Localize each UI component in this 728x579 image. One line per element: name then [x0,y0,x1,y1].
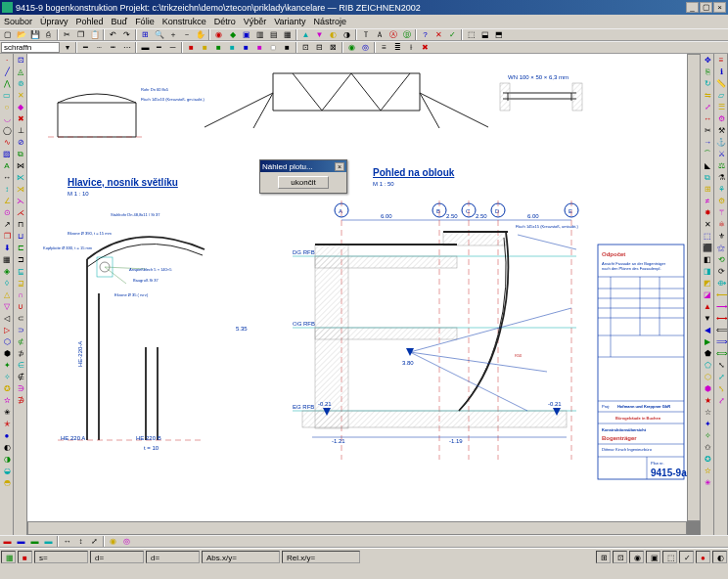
erase-icon[interactable]: ✕ [702,219,713,230]
color-swatch[interactable]: ■ [267,42,280,53]
dim-angle-icon[interactable]: ∠ [1,196,13,206]
tool-icon[interactable]: ⚛ [715,219,727,230]
tool-icon[interactable]: ⋉ [15,172,26,183]
tool-icon[interactable]: Ｔ [359,29,372,40]
menu-bud[interactable]: Buď [112,17,128,26]
tool-icon[interactable]: ◉ [107,536,119,547]
save-icon[interactable]: 💾 [28,29,41,40]
tool-icon[interactable]: ▦ [1,254,13,265]
scale-icon[interactable]: ⤢ [702,102,713,112]
tool-icon[interactable]: ⬠ [702,360,713,371]
rotate-icon[interactable]: ↻ [702,78,713,89]
snap-int-icon[interactable]: ✖ [15,113,26,124]
tool-icon[interactable]: ✦ [702,419,713,429]
help-icon[interactable]: ? [419,29,432,40]
line-icon[interactable]: ╱ [1,67,13,77]
tool-icon[interactable]: ✦ [1,360,13,371]
tool-icon[interactable]: ⚒ [715,125,727,136]
tool-icon[interactable]: ≣ [391,42,404,53]
tool-icon[interactable]: ✫ [702,466,713,476]
dim-vert-icon[interactable]: ↕ [1,184,13,195]
tool-icon[interactable]: ∌ [15,395,26,406]
tool-icon[interactable]: ★ [702,395,713,406]
tool-icon[interactable]: ◑ [341,29,353,40]
tool-icon[interactable]: ◓ [1,477,13,488]
tool-icon[interactable]: ◉ [212,29,225,40]
tool-icon[interactable]: ↕ [74,536,87,547]
new-icon[interactable]: ▢ [1,29,14,40]
tool-icon[interactable]: ⚝ [715,243,727,253]
tool-icon[interactable]: ⟷ [715,313,727,324]
offset-icon[interactable]: ⧉ [702,172,713,183]
tool-icon[interactable]: ⊃ [15,325,26,335]
tool-icon[interactable]: ▲ [299,29,312,40]
tool-icon[interactable]: ✧ [702,430,713,441]
tool-icon[interactable]: ◐ [1,442,13,453]
tool-icon[interactable]: ▽ [1,301,13,312]
tool-icon[interactable]: ⚖ [715,160,727,171]
tool-icon[interactable]: ↔ [61,536,73,547]
tool-icon[interactable]: ◪ [702,290,713,300]
tool-icon[interactable]: ◆ [226,29,239,40]
tool-icon[interactable]: ▣ [240,29,252,40]
tool-icon[interactable]: ≡ [378,42,390,53]
tool-icon[interactable]: ◨ [702,266,713,277]
tool-icon[interactable]: ▲ [702,301,713,312]
block-icon[interactable]: ❒ [1,231,13,242]
tool-icon[interactable]: ⚚ [715,207,727,218]
tool-icon[interactable]: ⟲ [715,254,727,265]
minimize-button[interactable]: _ [686,2,699,13]
tool-icon[interactable]: ✓ [446,29,459,40]
menu-nastroje[interactable]: Nástroje [314,17,347,26]
copy-icon[interactable]: ❐ [74,29,87,40]
toggle-icon[interactable]: ⊠ [327,42,340,53]
tool-icon[interactable]: ◎ [359,42,372,53]
status-icon[interactable]: ▣ [646,551,660,563]
zoom-window-icon[interactable]: 🔍 [153,29,165,40]
tool-icon[interactable]: △ [1,290,13,300]
tool-icon[interactable]: ▼ [313,29,326,40]
zoom-extents-icon[interactable]: ⊞ [139,29,152,40]
array-icon[interactable]: ⊞ [702,184,713,195]
status-icon[interactable]: ● [696,551,710,563]
tool-icon[interactable]: ▥ [253,29,266,40]
tool-icon[interactable]: ⚗ [715,172,727,183]
point-icon[interactable]: · [1,55,13,66]
drawing-canvas[interactable]: WN 100 × 50 × 6,3 mm Rohr Dn 60 8x5 Flac… [27,54,687,521]
layer-combo[interactable]: schraffn [1,42,60,53]
tool-icon[interactable]: ⚘ [715,184,727,195]
status-icon[interactable]: ⊞ [596,551,611,563]
menu-detro[interactable]: Détro [214,17,236,26]
tool-icon[interactable]: ◑ [1,454,13,465]
tool-icon[interactable]: ⊓ [15,219,26,230]
tool-icon[interactable]: ⚜ [715,231,727,242]
tool-icon[interactable]: ⟺ [715,348,727,359]
color-swatch[interactable]: ■ [212,42,225,53]
tool-icon[interactable]: ▬ [1,536,14,547]
tool-icon[interactable]: ⚙ [715,113,727,124]
menu-view[interactable]: Pohled [76,17,104,26]
tool-icon[interactable]: Ⓑ [400,29,413,40]
lineweight-icon[interactable]: ▬ [139,42,152,53]
tool-icon[interactable]: ⬢ [1,348,13,359]
tool-icon[interactable]: ⬓ [478,29,491,40]
tool-icon[interactable]: ▶ [702,336,713,347]
tool-icon[interactable]: ⬡ [702,372,713,382]
tool-icon[interactable]: ✪ [702,454,713,465]
tool-icon[interactable]: ⬚ [465,29,478,40]
horizontal-scrollbar[interactable] [27,521,687,535]
tool-icon[interactable]: ▬ [28,536,41,547]
polyline-icon[interactable]: ⋀ [1,78,13,89]
dim-radius-icon[interactable]: ⊙ [1,207,13,218]
status-icon[interactable]: ◐ [712,551,727,563]
tool-icon[interactable]: ● [1,430,13,441]
stretch-icon[interactable]: ↔ [702,113,713,124]
tool-icon[interactable]: ◐ [327,29,340,40]
tool-icon[interactable]: ◉ [345,42,358,53]
undo-icon[interactable]: ↶ [107,29,119,40]
tool-icon[interactable]: ⟸ [715,325,727,335]
hatch-icon[interactable]: ▨ [1,149,13,159]
tool-icon[interactable]: ◀ [702,325,713,335]
tool-icon[interactable]: ☆ [702,407,713,418]
tool-icon[interactable]: ⊏ [15,243,26,253]
